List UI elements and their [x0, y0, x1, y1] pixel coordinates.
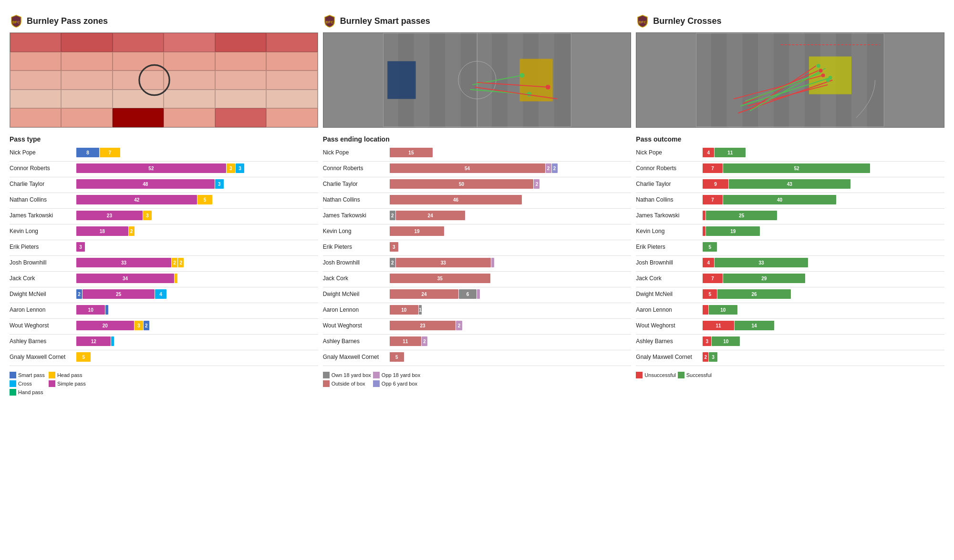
row-divider [636, 350, 944, 350]
bar-segment: 19 [390, 226, 445, 236]
bar-segment [111, 336, 114, 346]
heat-cell-10 [215, 52, 266, 71]
legend-item: Opp 6 yard box [373, 380, 421, 387]
row-divider [323, 287, 632, 287]
heat-cell-22 [215, 90, 266, 109]
bar-segment: 2 [178, 258, 184, 267]
player-name: Nick Pope [636, 149, 703, 156]
player-name: Wout Weghorst [323, 322, 390, 329]
player-row: Gnaly Maxwell Cornet5 [323, 351, 632, 363]
bar-segment: 4 [703, 148, 714, 157]
player-name: Gnaly Maxwell Cornet [636, 354, 703, 360]
player-row: James Tarkowski25 [636, 210, 944, 221]
row-divider [323, 255, 632, 256]
player-row: James Tarkowski224 [323, 210, 632, 221]
bar-group: 10 [76, 305, 318, 315]
legend-item: Opp 18 yard box [373, 372, 421, 378]
legend-color-box [373, 380, 380, 387]
player-name: Josh Brownhill [10, 259, 76, 266]
bar-segment: 12 [76, 336, 111, 346]
bar-group: 729 [703, 274, 944, 283]
heat-cell-12 [10, 71, 61, 90]
player-row: Aaron Lennon10 [636, 304, 944, 316]
crosses-legend: UnsuccessfulSuccessful [636, 372, 944, 378]
bar-segment: 46 [390, 195, 522, 204]
bar-segment: 10 [712, 336, 740, 346]
bar-group: 112 [390, 336, 632, 346]
bar-group: 101 [390, 305, 632, 315]
legend-label: Successful [686, 372, 712, 378]
row-divider [323, 318, 632, 319]
player-name: Kevin Long [636, 228, 703, 234]
bar-segment: 3 [236, 163, 244, 173]
player-row: Jack Cork729 [636, 273, 944, 284]
svg-point-41 [821, 73, 825, 77]
svg-rect-26 [758, 33, 774, 127]
bar-segment: 43 [729, 179, 850, 189]
bar-group: 25 [703, 211, 944, 220]
bar-group: 752 [703, 163, 944, 173]
player-row: Josh Brownhill233 [323, 257, 632, 268]
row-divider [636, 287, 944, 287]
player-row: Nathan Collins46 [323, 194, 632, 205]
row-divider [636, 255, 944, 256]
legend-item: Head pass [49, 372, 86, 378]
bar-segment: 11 [715, 148, 746, 157]
bar-segment: 3 [76, 242, 85, 252]
bar-segment: 2 [552, 163, 558, 173]
heat-cell-5 [266, 33, 317, 52]
player-row: Jack Cork34 [10, 273, 318, 284]
row-divider [10, 287, 318, 287]
bar-segment: 8 [76, 148, 99, 157]
bar-group: 483 [76, 179, 318, 189]
bar-group: 5 [390, 352, 632, 362]
legend-label: Opp 6 yard box [382, 381, 417, 387]
row-divider [10, 271, 318, 272]
bar-segment: 3 [709, 352, 717, 362]
bar-segment: 9 [703, 179, 728, 189]
heat-cell-11 [266, 52, 317, 71]
bar-segment: 3 [143, 211, 152, 220]
heat-cell-13 [61, 71, 112, 90]
bar-group: 526 [703, 289, 944, 299]
legend-label: Outside of box [332, 381, 365, 387]
pass-ending-label: Pass ending location [323, 135, 632, 143]
player-row: Josh Brownhill3322 [10, 257, 318, 268]
player-row: Kevin Long182 [10, 225, 318, 237]
bar-segment: 14 [735, 321, 774, 330]
heat-cell-25 [61, 108, 112, 127]
bar-segment [175, 274, 177, 283]
legend-color-box [373, 372, 380, 378]
svg-rect-29 [851, 33, 867, 127]
row-divider [10, 366, 318, 366]
player-name: Gnaly Maxwell Cornet [10, 354, 76, 360]
row-divider [323, 161, 632, 162]
bar-group: 2032 [76, 321, 318, 330]
player-row: Connor Roberts5422 [323, 163, 632, 174]
smart-passes-field [323, 32, 632, 128]
heat-cell-24 [10, 108, 61, 127]
legend-item: Cross [10, 380, 47, 387]
player-row: Wout Weghorst232 [323, 320, 632, 331]
player-row: Erik Pieters5 [636, 241, 944, 253]
heat-cell-7 [61, 52, 112, 71]
heat-cell-23 [266, 90, 317, 109]
bar-segment [477, 289, 480, 299]
bar-group: 425 [76, 195, 318, 204]
bar-segment: 54 [390, 163, 545, 173]
bar-segment: 5 [390, 352, 404, 362]
bar-segment: 18 [76, 226, 128, 236]
bar-group: 46 [390, 195, 632, 204]
bar-segment: 52 [723, 163, 870, 173]
row-divider [10, 255, 318, 256]
legend-color-box [636, 372, 643, 378]
bar-segment: 10 [76, 305, 105, 315]
row-divider [636, 318, 944, 319]
legend-color-box [49, 372, 55, 378]
heat-cell-8 [113, 52, 164, 71]
row-divider [636, 303, 944, 303]
svg-rect-14 [519, 59, 552, 101]
smart-passes-viz [323, 33, 631, 127]
pass-type-label: Pass type [10, 135, 318, 143]
svg-point-42 [817, 64, 820, 68]
